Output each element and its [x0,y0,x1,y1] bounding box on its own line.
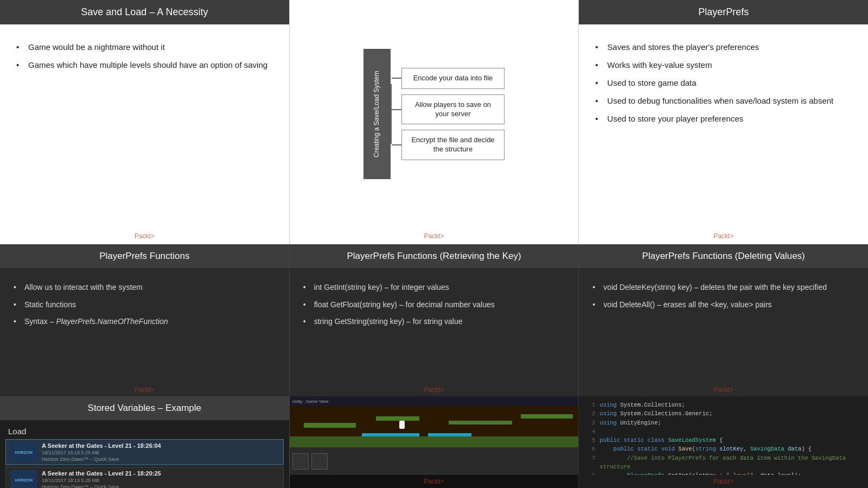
code-line: 8 PlayerPrefs.SetInt(slotKey + "_level",… [583,471,864,475]
slide-deleting-footer: Packt> [579,383,868,396]
bullet-item: Allow us to interact with the system [14,279,276,296]
slide-stored-vars: Stored Variables – Example Load HORIZON … [0,396,290,488]
platform-1 [304,423,356,428]
save-thumbnail: HORIZON [10,470,37,488]
slide-playerprefs-header: PlayerPrefs [579,0,868,24]
slide-ppfuncs-header: PlayerPrefs Functions [0,244,289,268]
slide-deleting-header: PlayerPrefs Functions (Deleting Values) [579,244,868,268]
entry-meta2: Horizon Zero Dawn™ – Quick Save [42,484,279,488]
code-line: 1using System.Collections; [583,401,864,409]
water-1 [362,433,420,436]
slide-retrieving-content: int GetInt(string key) – for integer val… [290,268,579,383]
bullet-item: Saves and stores the player's preference… [595,38,852,56]
slide-diagram-footer: Packt> [290,228,579,244]
entry-details: A Seeker at the Gates - Level 21 - 18:26… [42,442,279,462]
code-line: 6 public static void Save(string slotKey… [583,445,864,453]
bullet-item: Works with key-value system [595,56,852,74]
entry-meta1: 18/11/2017 16:19 5.25 MB [42,450,279,455]
slide-save-load-footer: Packt> [0,228,289,244]
entry-meta2: Horizon Zero Dawn™ – Quick Save [42,457,279,462]
slide-ppfuncs-content: Allow us to interact with the system Sta… [0,268,289,383]
vertical-label: Creating a Save/Load System [363,49,391,179]
platform-3 [449,421,512,425]
slide-save-load-header: Save and Load – A Necessity [0,0,289,24]
load-label: Load [0,420,289,439]
bullet-item: Used to debug functionalities when save/… [595,92,852,110]
platform-2 [376,416,419,421]
diagram-row-2: Allow players to save on your server [392,94,505,125]
slide-ppfuncs: PlayerPrefs Functions Allow us to intera… [0,244,290,396]
game-asset-2 [311,453,328,470]
save-thumbnail: HORIZON [10,442,37,462]
diagram-row-3: Encrypt the file and decide the structur… [392,130,505,160]
game-area [290,406,579,447]
game-bottom-panel [290,447,579,475]
save-entry[interactable]: HORIZON A Seeker at the Gates - Level 21… [5,467,284,488]
slide-code-editor: 1using System.Collections; 2using System… [579,396,868,488]
entry-meta: 18/11/2017 18:13 5.25 MB [42,478,279,483]
bullet-item: Used to store your player preferences [595,110,852,128]
bullet-item: Syntax – PlayerPrefs.NameOfTheFunction [14,313,276,331]
ground [290,436,579,447]
diagram-row-1: Encode your data into file [392,68,505,89]
entry-title: A Seeker at the Gates - Level 21 - 18:20… [42,470,279,477]
bullet-item: float GetFloat(string key) – for decimal… [303,296,565,314]
water-2 [428,433,471,436]
slide-diagram: Creating a Save/Load System Encode your … [290,0,579,244]
bullet-item: Game would be a nightmare without it [16,38,273,56]
slide-deleting: PlayerPrefs Functions (Deleting Values) … [579,244,868,396]
code-footer: Packt> [579,475,868,488]
code-line: 5public static class SaveLoadSystem { [583,436,864,445]
code-line: 7 //Save into PlayerPrefs for each data … [583,454,864,472]
bullet-item: Static functions [14,296,276,314]
bullet-item: void DeleteKey(string key) – deletes the… [592,279,854,296]
slide-ppfuncs-footer: Packt> [0,383,289,396]
code-line: 2using System.Collections.Generic; [583,409,864,418]
player-character [399,421,405,429]
save-entries-list: HORIZON A Seeker at the Gates - Level 21… [0,439,289,488]
game-asset-1 [292,453,309,470]
retrieving-list: int GetInt(string key) – for integer val… [303,279,565,331]
slide-playerprefs-footer: Packt> [579,228,868,244]
playerprefs-bullet-list: Saves and stores the player's preference… [595,38,852,128]
middle-section: PlayerPrefs Functions Allow us to intera… [0,244,868,396]
diagram-box-1: Encode your data into file [401,68,505,89]
game-toolbar: Unity - Game View [290,396,579,406]
slide-retrieving-footer: Packt> [290,383,579,396]
slide-playerprefs: PlayerPrefs Saves and stores the player'… [579,0,868,244]
entry-title: A Seeker at the Gates - Level 21 - 18:26… [42,442,279,449]
stored-vars-header: Stored Variables – Example [0,396,289,420]
deleting-list: void DeleteKey(string key) – deletes the… [592,279,854,313]
slide-playerprefs-content: Saves and stores the player's preference… [579,24,868,228]
diagram-content: Creating a Save/Load System Encode your … [290,0,579,228]
bullet-item: void DeleteAll() – erases all the <key, … [592,296,854,314]
diagram-box-3: Encrypt the file and decide the structur… [401,130,505,160]
slide-save-load: Save and Load – A Necessity Game would b… [0,0,290,244]
diagram-wrapper: Creating a Save/Load System Encode your … [363,5,505,223]
code-line: 3using UnityEngine; [583,419,864,427]
entry-details: A Seeker at the Gates - Level 21 - 18:20… [42,470,279,488]
code-editor-area: 1using System.Collections; 2using System… [579,396,868,475]
save-entry[interactable]: HORIZON A Seeker at the Gates - Level 21… [5,439,284,465]
slide-retrieving: PlayerPrefs Functions (Retrieving the Ke… [290,244,579,396]
slide-game-screenshot: Unity - Game View Packt> [290,396,579,488]
game-footer: Packt> [290,475,579,488]
slide-deleting-content: void DeleteKey(string key) – deletes the… [579,268,868,383]
top-section: Save and Load – A Necessity Game would b… [0,0,868,244]
bullet-item: string GetString(string key) – for strin… [303,313,565,331]
slide-retrieving-header: PlayerPrefs Functions (Retrieving the Ke… [290,244,579,268]
diagram-box-2: Allow players to save on your server [401,94,505,125]
platform-4 [521,414,573,419]
ppfuncs-list: Allow us to interact with the system Sta… [14,279,276,331]
bottom-section: Stored Variables – Example Load HORIZON … [0,396,868,488]
bullet-item: Games which have multiple levels should … [16,56,273,74]
bullet-item: int GetInt(string key) – for integer val… [303,279,565,296]
bullet-item: Used to store game data [595,74,852,92]
slide-save-load-content: Game would be a nightmare without it Gam… [0,24,289,228]
save-load-bullet-list: Game would be a nightmare without it Gam… [16,38,273,74]
code-line: 4 [583,427,864,436]
